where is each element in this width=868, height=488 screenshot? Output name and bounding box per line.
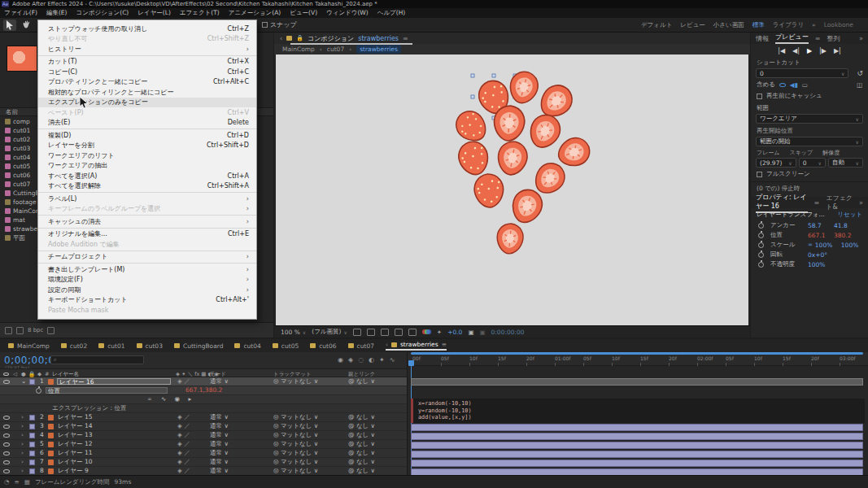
layer-mode-dropdown[interactable]: 通常 ∨ xyxy=(210,431,229,439)
first-frame-button[interactable]: |◀ xyxy=(778,47,785,54)
link-icon[interactable]: ∞ xyxy=(808,242,813,248)
timeline-tab-strawberries[interactable]: ‹strawberries≡ xyxy=(386,341,447,351)
layer-duration-bar[interactable] xyxy=(411,460,863,467)
layer-visibility-icon[interactable] xyxy=(3,442,10,447)
workspace-tab[interactable]: レビュー xyxy=(680,21,705,29)
timeline-search-input[interactable]: ⌕ xyxy=(50,355,144,364)
property-value[interactable]: 100% xyxy=(815,242,841,249)
track-matte-dropdown[interactable]: ◎ マットなし ∨ xyxy=(273,413,318,421)
layer-name[interactable]: レイヤー 11 xyxy=(58,449,92,457)
layer-color-chip[interactable] xyxy=(29,460,35,465)
reset-link[interactable]: リセット xyxy=(837,211,862,219)
stopwatch-icon[interactable] xyxy=(758,223,764,229)
tab-scroll-icon[interactable]: ‹ xyxy=(386,341,388,348)
project-list-icon[interactable] xyxy=(16,327,24,334)
layer-visibility-icon[interactable] xyxy=(3,416,10,420)
property-stopwatch-icon[interactable] xyxy=(36,388,41,394)
panel-overflow-icon[interactable]: » xyxy=(859,199,863,207)
tab-effects[interactable]: エフェクト& xyxy=(826,194,853,211)
timeline-tab-cut06[interactable]: cut06 xyxy=(310,342,336,350)
work-area-bar[interactable] xyxy=(411,352,863,355)
include-export-icon[interactable]: ◫ xyxy=(857,81,862,89)
parent-link-dropdown[interactable]: @ なし ∨ xyxy=(348,449,375,457)
edit-menu-item[interactable]: ワークエリアのリフト xyxy=(38,150,256,161)
layer-name[interactable]: レイヤー 13 xyxy=(58,431,92,439)
channel-icon[interactable] xyxy=(422,329,431,336)
layer-duration-bar[interactable] xyxy=(411,451,863,458)
edit-menu-item[interactable]: すべてを選択(A)Ctrl+A xyxy=(38,171,256,181)
timeline-tab-cut02[interactable]: cut02 xyxy=(61,342,87,350)
property-name-box[interactable]: 位置 xyxy=(46,387,168,394)
workspace-tab[interactable]: デフォルト xyxy=(641,21,672,29)
workspace-tab[interactable]: 小さい画面 xyxy=(713,21,744,29)
track-matte-dropdown[interactable]: ◎ マットなし ∨ xyxy=(273,440,318,448)
menu-bar-item[interactable]: 編集(E) xyxy=(46,9,68,17)
layer-visibility-icon[interactable] xyxy=(3,469,10,473)
timeline-tab-MainComp[interactable]: MainComp xyxy=(8,342,50,350)
layer-mode-dropdown[interactable]: 通常 ∨ xyxy=(210,422,229,430)
fullscreen-checkbox[interactable] xyxy=(757,172,762,177)
layer-row[interactable]: ›7レイヤー 10◈ ／通常 ∨◎ マットなし ∨@ なし ∨ xyxy=(0,458,407,467)
edit-menu-item[interactable]: ヒストリー› xyxy=(38,44,256,54)
property-value[interactable]: 667.1 xyxy=(808,232,834,239)
camera-view-icon[interactable] xyxy=(408,329,417,336)
layer-row[interactable]: ›2レイヤー 15◈ ／通常 ∨◎ マットなし ∨@ なし ∨ xyxy=(0,413,407,422)
parent-link-dropdown[interactable]: @ なし ∨ xyxy=(348,413,375,421)
frame-blend-icon[interactable]: ◐ xyxy=(369,356,374,364)
play-from-dropdown[interactable]: 範囲の開始∨ xyxy=(756,137,863,146)
layer-duration-bar[interactable] xyxy=(411,424,863,431)
tab-scroll-left-icon[interactable]: ‹ xyxy=(280,35,282,42)
track-matte-dropdown[interactable]: ◎ マットなし ∨ xyxy=(273,422,318,430)
status-grid-icon[interactable]: ▦ xyxy=(24,478,30,486)
resolution-dropdown[interactable]: (フル画質)∨ xyxy=(312,328,347,336)
breadcrumb-item[interactable]: strawberries xyxy=(356,45,401,54)
position-value-red[interactable]: 667.1,380.2 xyxy=(185,386,222,394)
parent-link-dropdown[interactable]: @ なし ∨ xyxy=(348,467,375,475)
edit-menu-item[interactable]: キーボードショートカットCtrl+Alt+' xyxy=(38,295,256,306)
parent-link-dropdown[interactable]: @ なし ∨ xyxy=(348,458,375,466)
panel-drag-icon[interactable] xyxy=(286,36,292,41)
layer-color-chip[interactable] xyxy=(29,424,35,429)
expand-arrow-icon[interactable]: › xyxy=(21,458,24,465)
comp-flowchart-icon[interactable]: ◉ xyxy=(338,356,343,364)
layer-row[interactable]: ›4レイヤー 13◈ ／通常 ∨◎ マットなし ∨@ なし ∨ xyxy=(0,431,407,440)
layer-name[interactable]: レイヤー 14 xyxy=(58,422,92,430)
property-value[interactable]: 41.8 xyxy=(834,222,860,229)
menu-bar-item[interactable]: ファイル(F) xyxy=(4,9,37,17)
edit-menu-item[interactable]: キャッシュの消去› xyxy=(38,216,256,227)
parent-link-dropdown[interactable]: @ なし ∨ xyxy=(348,377,375,386)
stopwatch-icon[interactable] xyxy=(758,242,764,248)
include-video-icon[interactable] xyxy=(779,83,786,87)
layer-row[interactable]: ›5レイヤー 12◈ ／通常 ∨◎ マットなし ∨@ なし ∨ xyxy=(0,440,407,449)
fullscreen-row[interactable]: フルスクリーン xyxy=(751,168,868,180)
graph-editor-icon[interactable]: ∿ xyxy=(390,356,395,364)
panel-menu-icon[interactable]: ≡ xyxy=(815,35,821,42)
edit-menu-item[interactable]: レイヤーを分割Ctrl+Shift+D xyxy=(38,141,256,151)
include-overlays-icon[interactable]: ▭ xyxy=(802,81,808,89)
viewer-tab-label[interactable]: コンポジション xyxy=(308,34,354,43)
layer-mode-dropdown[interactable]: 通常 ∨ xyxy=(210,467,229,475)
layer-visibility-icon[interactable] xyxy=(3,451,10,455)
tab-整列[interactable]: 整列 xyxy=(827,34,840,43)
layer-visibility-icon[interactable] xyxy=(3,380,10,384)
layer-color-chip[interactable] xyxy=(29,468,35,474)
snap-toggle[interactable]: スナップ xyxy=(262,20,297,29)
panel-menu-icon[interactable]: ≡ xyxy=(442,341,447,348)
cache-checkbox[interactable] xyxy=(757,94,762,99)
status-menu-icon[interactable]: ≡ xyxy=(15,478,20,486)
edit-menu-item[interactable]: ラベル(L)› xyxy=(38,194,256,204)
stopwatch-icon[interactable] xyxy=(758,233,764,238)
project-trash-icon[interactable] xyxy=(47,327,55,334)
show-snapshot-icon[interactable]: ▣ xyxy=(479,329,485,336)
layer-name[interactable]: レイヤー 12 xyxy=(58,440,92,448)
track-matte-dropdown[interactable]: ◎ マットなし ∨ xyxy=(273,431,318,439)
layer-name[interactable]: レイヤー 10 xyxy=(58,458,92,466)
resolution-value-dropdown[interactable]: 自動∨ xyxy=(828,158,863,168)
expand-arrow-icon[interactable]: ⌄ xyxy=(21,377,26,385)
layer-duration-bar[interactable] xyxy=(411,433,863,440)
layer-color-chip[interactable] xyxy=(29,451,35,456)
viewer-tab-comp[interactable]: strawberries xyxy=(358,35,399,42)
expand-arrow-icon[interactable]: › xyxy=(21,431,24,438)
panel-menu-icon[interactable]: ≡ xyxy=(814,199,820,207)
edit-menu-item[interactable]: 設定の同期› xyxy=(38,285,256,295)
